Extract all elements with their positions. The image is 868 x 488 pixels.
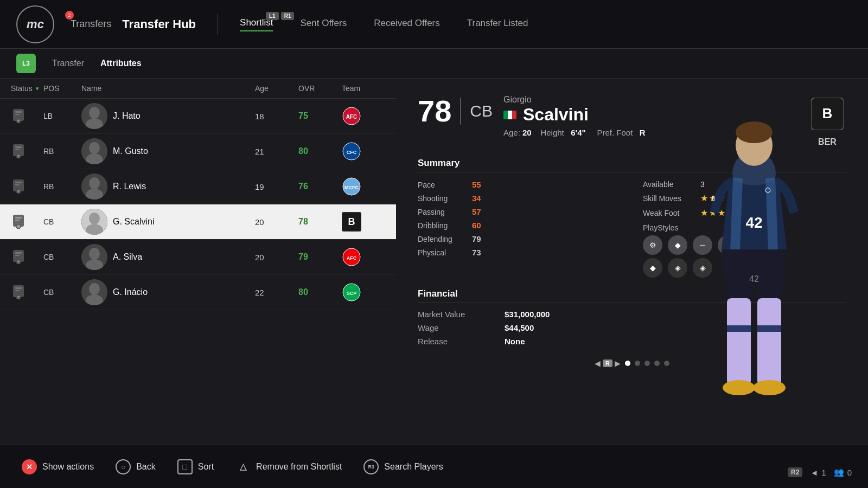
sort-label: Sort bbox=[198, 462, 214, 472]
player-pos: CB bbox=[43, 253, 81, 261]
svg-text:AFC: AFC bbox=[347, 255, 357, 261]
svg-rect-12 bbox=[15, 149, 20, 150]
player-3d-svg: 42 42 ⬡ B bbox=[651, 98, 857, 488]
hud-r2-item: R2 bbox=[788, 467, 802, 477]
svg-rect-51 bbox=[15, 287, 22, 289]
scout-icon bbox=[11, 107, 26, 125]
player-3d-model: 42 42 ⬡ B bbox=[640, 49, 868, 488]
avatar-placeholder bbox=[81, 244, 107, 270]
player-age: 22 bbox=[255, 288, 298, 297]
avatar-placeholder bbox=[81, 138, 107, 164]
avatar-placeholder bbox=[81, 103, 107, 129]
svg-rect-42 bbox=[15, 255, 20, 256]
tab-received-offers[interactable]: Received Offers bbox=[374, 18, 440, 31]
search-players-btn[interactable]: R3 Search Players bbox=[363, 459, 443, 474]
pref-foot-label: Pref. Foot bbox=[597, 128, 633, 137]
sort-arrow-icon: ▼ bbox=[35, 86, 40, 92]
avatar-placeholder bbox=[81, 279, 107, 305]
svg-rect-34 bbox=[17, 226, 20, 227]
passing-label: Passing bbox=[418, 208, 467, 216]
l1-button[interactable]: L1 bbox=[266, 12, 279, 20]
player-info: M. Gusto bbox=[81, 138, 255, 164]
sub-tab-transfer[interactable]: Transfer bbox=[52, 59, 84, 68]
back-btn[interactable]: ○ Back bbox=[116, 459, 156, 474]
ovr-val: 75 bbox=[298, 111, 342, 121]
player-name: J. Hato bbox=[113, 111, 141, 121]
header-status-text: Status bbox=[11, 84, 33, 93]
market-value-label: Market Value bbox=[418, 310, 505, 319]
player-rows-container: LB J. Hato 18 75 AFC RB bbox=[0, 99, 396, 310]
svg-rect-41 bbox=[15, 252, 22, 254]
ovr-val: 80 bbox=[298, 146, 342, 156]
player-name: G. Inácio bbox=[113, 287, 148, 297]
player-info: A. Silva bbox=[81, 244, 255, 270]
physical-val: 73 bbox=[472, 248, 481, 257]
player-name: R. Lewis bbox=[113, 182, 146, 191]
player-info: G. Inácio bbox=[81, 279, 255, 305]
player-row[interactable]: RB R. Lewis 19 76 MCFC bbox=[0, 169, 396, 204]
team-badge: MCFC bbox=[342, 177, 361, 196]
team-badge: AFC bbox=[342, 247, 361, 267]
prev-page-btn[interactable]: ◀ R ▶ bbox=[595, 359, 621, 368]
svg-text:AFC: AFC bbox=[346, 114, 358, 120]
sort-btn[interactable]: □ Sort bbox=[177, 459, 214, 474]
dot-2[interactable] bbox=[635, 361, 640, 366]
player-row[interactable]: RB M. Gusto 21 80 CFC bbox=[0, 134, 396, 169]
team-badge: CFC bbox=[342, 142, 361, 161]
player-pos: CB bbox=[43, 288, 81, 297]
age-value: 20 bbox=[522, 128, 532, 137]
r-badge: R bbox=[603, 359, 612, 367]
player-row[interactable]: CB A. Silva 20 79 AFC bbox=[0, 240, 396, 275]
svg-rect-66 bbox=[727, 325, 751, 332]
r1-button[interactable]: R1 bbox=[281, 12, 295, 20]
svg-rect-1 bbox=[15, 111, 22, 113]
remove-btn[interactable]: △ Remove from Shortlist bbox=[235, 459, 342, 474]
scout-icon bbox=[11, 178, 26, 195]
notif-count: 2 bbox=[68, 12, 71, 18]
svg-text:SCP: SCP bbox=[347, 291, 357, 296]
list-header: Status ▼ POS Name Age OVR Team bbox=[0, 79, 396, 99]
player-name: M. Gusto bbox=[113, 146, 148, 156]
stat-defending: Defending 79 bbox=[418, 234, 621, 243]
scout-icon bbox=[11, 143, 26, 160]
svg-rect-64 bbox=[727, 298, 751, 385]
hud-arrow-icon: ◄ bbox=[810, 468, 818, 477]
tab-sent-offers[interactable]: Sent Offers bbox=[300, 18, 347, 31]
svg-point-68 bbox=[723, 380, 755, 395]
shooting-label: Shooting bbox=[418, 194, 467, 203]
player-row[interactable]: CB G. Inácio 22 80 SCP bbox=[0, 275, 396, 310]
nav-transfers[interactable]: Transfers bbox=[71, 18, 111, 30]
search-players-label: Search Players bbox=[384, 462, 443, 472]
player-avatar bbox=[81, 174, 107, 200]
r3-icon: R3 bbox=[363, 459, 379, 474]
right-panel: 42 42 ⬡ B 78 bbox=[396, 79, 868, 445]
dot-1[interactable] bbox=[625, 361, 630, 366]
scout-icon bbox=[11, 213, 26, 230]
player-pos: LB bbox=[43, 112, 81, 120]
square-icon: □ bbox=[177, 459, 193, 474]
svg-point-16 bbox=[89, 142, 100, 154]
hud-count2-item: 👥 0 bbox=[834, 467, 852, 477]
next-arrow: ▶ bbox=[615, 359, 621, 368]
player-age: 19 bbox=[255, 182, 298, 191]
controller-hint: L1 R1 bbox=[266, 12, 294, 20]
physical-label: Physical bbox=[418, 248, 467, 257]
svg-point-46 bbox=[89, 248, 100, 260]
svg-point-56 bbox=[89, 283, 100, 295]
team-badge: B bbox=[342, 212, 361, 232]
svg-rect-44 bbox=[17, 261, 20, 262]
wage-label: Wage bbox=[418, 323, 505, 332]
tab-transfer-listed[interactable]: Transfer Listed bbox=[467, 18, 528, 31]
player-row[interactable]: LB J. Hato 18 75 AFC bbox=[0, 99, 396, 134]
player-row[interactable]: CB G. Scalvini 20 78 B bbox=[0, 204, 396, 240]
r2-badge: R2 bbox=[788, 467, 802, 477]
nav-divider bbox=[218, 14, 218, 35]
svg-rect-24 bbox=[17, 190, 20, 191]
svg-rect-11 bbox=[15, 146, 22, 148]
svg-text:⬡: ⬡ bbox=[765, 187, 771, 194]
sub-tab-attributes[interactable]: Attributes bbox=[100, 59, 142, 68]
svg-rect-52 bbox=[15, 290, 20, 291]
show-actions-btn[interactable]: ✕ Show actions bbox=[22, 459, 94, 474]
defending-label: Defending bbox=[418, 235, 467, 243]
hud-count2: 0 bbox=[847, 468, 852, 477]
